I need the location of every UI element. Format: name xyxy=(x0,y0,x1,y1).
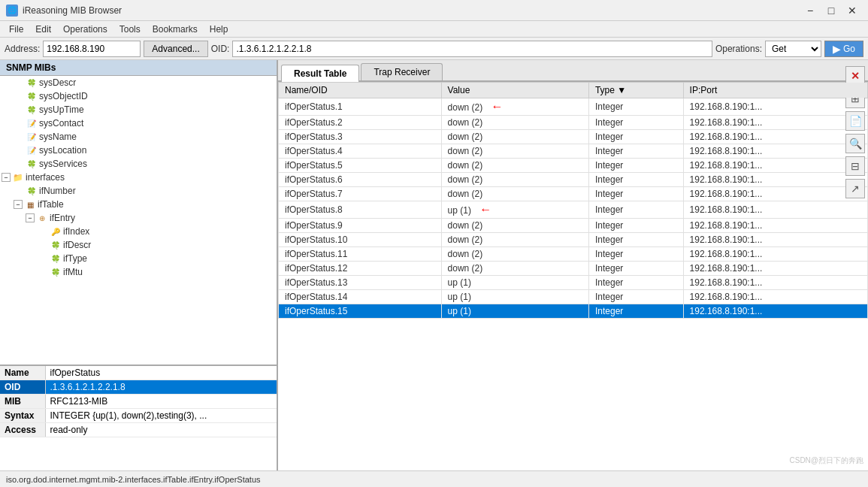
mib-tree[interactable]: 🍀sysDescr🍀sysObjectID🍀sysUpTime📝sysConta… xyxy=(0,76,277,365)
detail-panel: NameifOperStatusOID.1.3.6.1.2.1.2.2.1.8M… xyxy=(0,365,277,470)
detail-row-mib[interactable]: MIBRFC1213-MIB xyxy=(0,395,277,409)
tree-label-sysContact: sysContact xyxy=(38,118,83,129)
detail-label: Syntax xyxy=(0,409,45,423)
cell-ip: 192.168.8.190:1... xyxy=(683,276,867,290)
tree-item-ifEntry[interactable]: −⊕ifEntry xyxy=(0,211,277,225)
cell-type: Integer xyxy=(588,187,683,201)
cell-name: ifOperStatus.7 xyxy=(279,187,442,201)
cell-name: ifOperStatus.9 xyxy=(279,219,442,233)
arrow-indicator: ← xyxy=(479,203,491,216)
cell-type: Integer xyxy=(588,276,683,290)
leaf-icon: 🍀 xyxy=(26,77,38,89)
tree-label-sysServices: sysServices xyxy=(38,159,87,169)
tree-label-ifType: ifType xyxy=(62,253,87,264)
tree-item-ifDescr[interactable]: 🍀ifDescr xyxy=(0,238,277,252)
oid-input[interactable] xyxy=(232,41,712,57)
tree-item-sysObjectID[interactable]: 🍀sysObjectID xyxy=(0,89,277,103)
menu-item-tools[interactable]: Tools xyxy=(113,23,147,36)
menu-item-operations[interactable]: Operations xyxy=(57,23,113,36)
cell-ip: 192.168.8.190:1... xyxy=(683,144,867,159)
cell-value: down (2) xyxy=(441,187,588,201)
result-row-7[interactable]: ifOperStatus.8up (1) ←Integer192.168.8.1… xyxy=(279,201,868,219)
advanced-button[interactable]: Advanced... xyxy=(144,41,207,57)
menu-item-edit[interactable]: Edit xyxy=(29,23,57,36)
leaf-icon: 🍀 xyxy=(26,158,38,170)
snmp-mibs-header: SNMP MIBs xyxy=(0,60,277,76)
detail-label: MIB xyxy=(0,395,45,409)
title-text: iReasoning MIB Browser xyxy=(23,5,800,16)
expand-btn-ifEntry[interactable]: − xyxy=(26,213,35,222)
result-row-5[interactable]: ifOperStatus.6down (2)Integer192.168.8.1… xyxy=(279,173,868,187)
tree-item-ifTable[interactable]: −▦ifTable xyxy=(0,198,277,211)
tree-item-interfaces[interactable]: −📁interfaces xyxy=(0,171,277,184)
tree-label-ifMtu: ifMtu xyxy=(62,267,83,277)
maximize-button[interactable]: □ xyxy=(821,3,841,18)
result-row-12[interactable]: ifOperStatus.13up (1)Integer192.168.8.19… xyxy=(279,276,868,290)
tree-item-ifMtu[interactable]: 🍀ifMtu xyxy=(0,265,277,279)
expand-btn-interfaces[interactable]: − xyxy=(2,173,11,182)
cell-value: down (2) xyxy=(441,159,588,173)
tree-item-ifType[interactable]: 🍀ifType xyxy=(0,252,277,265)
leaf-icon: 🍀 xyxy=(50,239,62,251)
menu-item-bookmarks[interactable]: Bookmarks xyxy=(147,23,204,36)
tree-item-ifIndex[interactable]: 🔑ifIndex xyxy=(0,225,277,238)
cell-type: Integer xyxy=(588,290,683,304)
result-row-2[interactable]: ifOperStatus.3down (2)Integer192.168.8.1… xyxy=(279,130,868,144)
grid-toolbar-btn[interactable]: ⊟ xyxy=(845,156,865,176)
cell-type: Integer xyxy=(588,201,683,219)
folder-icon: 📁 xyxy=(12,171,24,183)
menu-item-file[interactable]: File xyxy=(3,23,29,36)
table-icon: ▦ xyxy=(24,198,36,210)
tree-item-sysServices[interactable]: 🍀sysServices xyxy=(0,157,277,171)
menu-item-help[interactable]: Help xyxy=(204,23,234,36)
cell-value: down (2) xyxy=(441,262,588,276)
detail-value: .1.3.6.1.2.1.2.2.1.8 xyxy=(45,380,277,395)
go-button[interactable]: ▶ Go xyxy=(824,41,863,57)
tab-result-table[interactable]: Result Table xyxy=(281,65,359,82)
export-toolbar-btn[interactable]: ↗ xyxy=(845,179,865,198)
tree-item-sysLocation[interactable]: 📝sysLocation xyxy=(0,144,277,157)
result-row-0[interactable]: ifOperStatus.1down (2) ←Integer192.168.8… xyxy=(279,98,868,116)
result-row-8[interactable]: ifOperStatus.9down (2)Integer192.168.8.1… xyxy=(279,219,868,233)
editable-icon: 📝 xyxy=(26,117,38,129)
detail-row-access[interactable]: Accessread-only xyxy=(0,423,277,437)
col-header-ipport[interactable]: IP:Port xyxy=(683,83,867,98)
cell-type: Integer xyxy=(588,130,683,144)
operations-select[interactable]: Get GetNext GetBulk Set Walk xyxy=(765,41,821,57)
result-row-13[interactable]: ifOperStatus.14up (1)Integer192.168.8.19… xyxy=(279,290,868,304)
result-row-6[interactable]: ifOperStatus.7down (2)Integer192.168.8.1… xyxy=(279,187,868,201)
cell-type: Integer xyxy=(588,247,683,262)
tree-item-ifNumber[interactable]: 🍀ifNumber xyxy=(0,184,277,198)
tab-trap-receiver[interactable]: Trap Receiver xyxy=(361,63,443,80)
col-header-type[interactable]: Type ▼ xyxy=(588,83,683,98)
expand-btn-ifTable[interactable]: − xyxy=(14,200,23,209)
result-table-container[interactable]: Name/OIDValueType ▼IP:Port ifOperStatus.… xyxy=(278,82,868,470)
result-row-4[interactable]: ifOperStatus.5down (2)Integer192.168.8.1… xyxy=(279,159,868,173)
result-row-10[interactable]: ifOperStatus.11down (2)Integer192.168.8.… xyxy=(279,247,868,262)
tree-item-sysUpTime[interactable]: 🍀sysUpTime xyxy=(0,103,277,116)
tree-item-sysDescr[interactable]: 🍀sysDescr xyxy=(0,76,277,89)
leaf-icon: 🍀 xyxy=(50,266,62,278)
detail-row-oid[interactable]: OID.1.3.6.1.2.1.2.2.1.8 xyxy=(0,380,277,395)
search-toolbar-btn[interactable]: 🔍 xyxy=(845,134,865,153)
tree-label-interfaces: interfaces xyxy=(24,172,65,183)
leaf-icon: 🍀 xyxy=(50,253,62,265)
detail-row-syntax[interactable]: SyntaxINTEGER {up(1), down(2),testing(3)… xyxy=(0,409,277,423)
tree-item-sysName[interactable]: 📝sysName xyxy=(0,130,277,144)
cell-value: down (2) xyxy=(441,130,588,144)
minimize-button[interactable]: − xyxy=(800,3,820,18)
doc-toolbar-btn[interactable]: 📄 xyxy=(845,111,865,131)
tree-label-sysObjectID: sysObjectID xyxy=(38,91,88,101)
address-input[interactable] xyxy=(43,41,141,57)
col-header-value[interactable]: Value xyxy=(441,83,588,98)
result-row-11[interactable]: ifOperStatus.12down (2)Integer192.168.8.… xyxy=(279,262,868,276)
close-button[interactable]: ✕ xyxy=(842,3,862,18)
detail-row-name[interactable]: NameifOperStatus xyxy=(0,366,277,380)
result-row-9[interactable]: ifOperStatus.10down (2)Integer192.168.8.… xyxy=(279,233,868,247)
result-row-14[interactable]: ifOperStatus.15up (1)Integer192.168.8.19… xyxy=(279,304,868,319)
result-row-3[interactable]: ifOperStatus.4down (2)Integer192.168.8.1… xyxy=(279,144,868,159)
result-row-1[interactable]: ifOperStatus.2down (2)Integer192.168.8.1… xyxy=(279,116,868,130)
tree-item-sysContact[interactable]: 📝sysContact xyxy=(0,116,277,130)
col-header-nameoid[interactable]: Name/OID xyxy=(279,83,442,98)
cell-value: up (1) xyxy=(441,290,588,304)
